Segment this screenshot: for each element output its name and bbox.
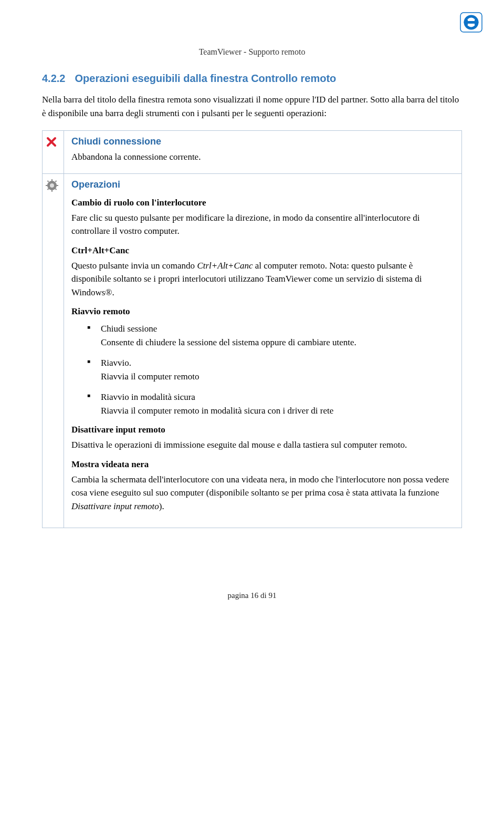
list-item: Riavvio. Riavvia il computer remoto xyxy=(87,356,454,383)
black-screen-text: Cambia la schermata dell'interlocutore c… xyxy=(71,473,454,513)
document-page: TeamViewer - Supporto remoto 4.2.2Operaz… xyxy=(0,0,504,621)
svg-point-17 xyxy=(50,183,54,188)
operations-content-cell: Operazioni Cambio di ruolo con l'interlo… xyxy=(64,173,462,528)
section-heading: 4.2.2Operazioni eseguibili dalla finestr… xyxy=(42,73,462,85)
svg-rect-9 xyxy=(51,179,52,181)
reboot-bullet-list: Chiudi sessione Consente di chiudere la … xyxy=(71,322,454,417)
ctrl-alt-canc-text: Questo pulsante invia un comando Ctrl+Al… xyxy=(71,259,454,300)
section-intro: Nella barra del titolo della finestra re… xyxy=(42,93,462,120)
operations-title: Operazioni xyxy=(71,179,454,190)
gear-icon-cell xyxy=(43,173,64,528)
table-row: Operazioni Cambio di ruolo con l'interlo… xyxy=(43,173,462,528)
svg-rect-12 xyxy=(56,185,58,186)
disable-remote-input-text: Disattiva le operazioni di immissione es… xyxy=(71,438,454,452)
section-title: Operazioni eseguibili dalla finestra Con… xyxy=(75,73,336,84)
svg-rect-13 xyxy=(47,180,49,182)
gear-icon xyxy=(46,179,60,192)
disable-remote-input-heading: Disattivare input remoto xyxy=(71,425,454,435)
remote-reboot-heading: Riavvio remoto xyxy=(71,306,454,317)
svg-rect-5 xyxy=(468,21,475,24)
switch-role-text: Fare clic su questo pulsante per modific… xyxy=(71,211,454,238)
ctrl-alt-canc-heading: Ctrl+Alt+Canc xyxy=(71,245,454,256)
close-connection-desc: Abbandona la connessione corrente. xyxy=(71,150,454,164)
list-item: Chiudi sessione Consente di chiudere la … xyxy=(87,322,454,349)
page-header-title: TeamViewer - Supporto remoto xyxy=(42,47,462,57)
switch-role-heading: Cambio di ruolo con l'interlocutore xyxy=(71,198,454,208)
close-icon-cell xyxy=(43,131,64,174)
svg-rect-15 xyxy=(55,180,57,182)
page-footer: pagina 16 di 91 xyxy=(42,591,462,600)
list-item: Riavvio in modalità sicura Riavvia il co… xyxy=(87,390,454,417)
svg-rect-11 xyxy=(46,185,48,186)
operations-table: Chiudi connessione Abbandona la connessi… xyxy=(42,130,462,528)
close-icon xyxy=(46,136,60,148)
close-content-cell: Chiudi connessione Abbandona la connessi… xyxy=(64,131,462,174)
close-connection-title: Chiudi connessione xyxy=(71,136,454,147)
svg-rect-10 xyxy=(51,190,52,192)
table-row: Chiudi connessione Abbandona la connessi… xyxy=(43,131,462,174)
teamviewer-logo-icon xyxy=(459,11,483,34)
section-number: 4.2.2 xyxy=(42,73,65,84)
black-screen-heading: Mostra videata nera xyxy=(71,459,454,470)
